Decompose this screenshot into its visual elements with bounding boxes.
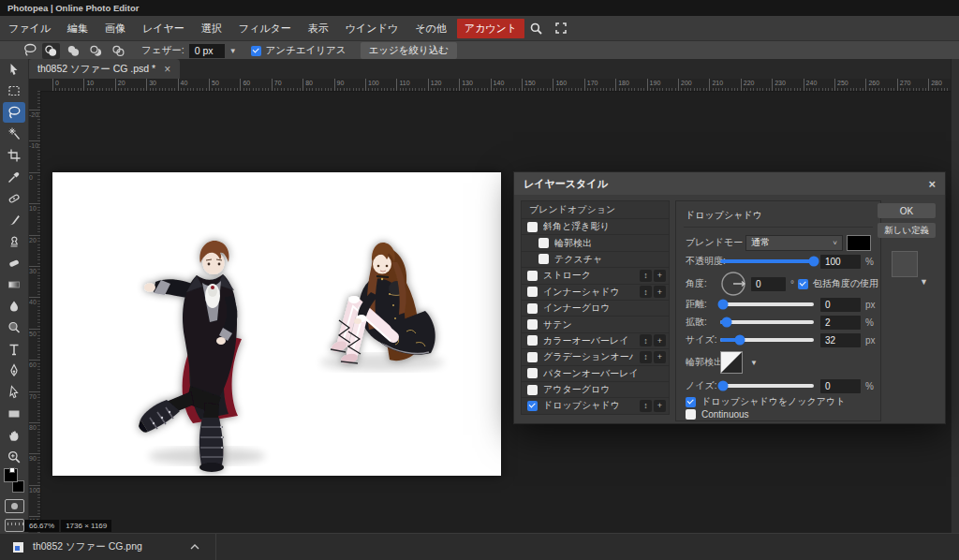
checkbox[interactable] xyxy=(527,401,538,411)
fullscreen-icon[interactable] xyxy=(549,16,573,40)
reorder-button[interactable]: ↕ xyxy=(640,334,652,346)
opacity-slider[interactable] xyxy=(720,259,814,263)
dodge-tool[interactable] xyxy=(3,317,25,338)
menu-more[interactable]: その他 xyxy=(406,16,455,40)
blur-tool[interactable] xyxy=(3,296,25,317)
pen-tool[interactable] xyxy=(3,361,25,381)
reorder-button[interactable]: ↕ xyxy=(640,400,652,412)
menu-edit[interactable]: 編集 xyxy=(59,16,96,40)
checkbox[interactable] xyxy=(527,385,538,395)
list-item-texture[interactable]: テクスチャ xyxy=(522,252,669,268)
menu-image[interactable]: 画像 xyxy=(96,16,134,40)
hand-tool[interactable] xyxy=(3,425,25,446)
checkbox[interactable] xyxy=(527,335,538,346)
tab-close-icon[interactable]: × xyxy=(164,64,170,75)
checkbox[interactable] xyxy=(539,238,549,248)
list-item-inner-shadow[interactable]: インナーシャドウ↕+ xyxy=(522,285,669,301)
checkbox[interactable] xyxy=(539,254,549,264)
eyedropper-tool[interactable] xyxy=(3,167,25,187)
keyboard-shortcuts-icon[interactable] xyxy=(5,519,24,532)
menu-filter[interactable]: フィルター xyxy=(230,16,300,40)
list-item-gradient-overlay[interactable]: グラデーションオーバーレイ↕+ xyxy=(522,349,669,365)
menu-file[interactable]: ファイル xyxy=(0,16,59,40)
selection-mode-intersect-icon[interactable] xyxy=(110,43,127,59)
list-item-pattern-overlay[interactable]: パターンオーバーレイ xyxy=(522,366,669,382)
feather-dropdown-icon[interactable]: ▼ xyxy=(229,47,237,55)
path-select-tool[interactable] xyxy=(3,382,25,403)
dialog-close-icon[interactable]: × xyxy=(928,177,936,191)
contour-dropdown-icon[interactable]: ▼ xyxy=(750,359,758,367)
taskbar-document-item[interactable]: th0852 ソファー CG.png xyxy=(0,534,216,560)
add-instance-button[interactable]: + xyxy=(654,270,666,282)
menu-view[interactable]: 表示 xyxy=(300,16,337,40)
list-item-outer-glow[interactable]: アウターグロウ xyxy=(522,382,669,398)
move-tool[interactable] xyxy=(3,59,25,80)
opacity-value[interactable]: 100 xyxy=(820,255,861,269)
checkbox[interactable] xyxy=(527,271,538,281)
menu-layer[interactable]: レイヤー xyxy=(134,16,193,40)
account-button[interactable]: アカウント xyxy=(457,19,524,38)
rect-select-tool[interactable] xyxy=(3,81,25,101)
dialog-title-bar[interactable]: レイヤースタイル × xyxy=(514,172,945,195)
list-item-inner-glow[interactable]: インナーグロウ xyxy=(522,301,669,317)
spread-value[interactable]: 2 xyxy=(820,316,861,330)
color-swatches[interactable] xyxy=(4,468,24,493)
add-instance-button[interactable]: + xyxy=(654,286,666,298)
style-preview-swatch[interactable] xyxy=(892,251,918,277)
ok-button[interactable]: OK xyxy=(878,203,936,218)
eraser-tool[interactable] xyxy=(3,253,25,273)
add-instance-button[interactable]: + xyxy=(654,400,666,412)
list-item-bevel-emboss[interactable]: 斜角と浮き彫り xyxy=(522,219,669,235)
blend-mode-select[interactable]: 通常˅ xyxy=(745,235,843,251)
feather-input[interactable]: 0 px xyxy=(189,44,225,58)
checkbox[interactable] xyxy=(527,287,538,297)
list-item-contour[interactable]: 輪郭検出 xyxy=(522,235,669,251)
checkbox[interactable] xyxy=(527,368,538,378)
menu-window[interactable]: ウインドウ xyxy=(337,16,406,40)
use-global-angle-checkbox[interactable] xyxy=(798,279,808,289)
spot-heal-tool[interactable] xyxy=(3,188,25,209)
brush-tool[interactable] xyxy=(3,210,25,230)
distance-value[interactable]: 0 xyxy=(820,298,861,312)
lasso-tool[interactable] xyxy=(3,102,25,123)
distance-slider[interactable] xyxy=(720,302,814,306)
magic-wand-tool[interactable] xyxy=(3,124,25,144)
reorder-button[interactable]: ↕ xyxy=(640,270,652,282)
zoom-tool[interactable] xyxy=(3,447,25,467)
chevron-up-icon[interactable] xyxy=(189,543,200,551)
spread-slider[interactable] xyxy=(720,320,814,324)
type-tool[interactable] xyxy=(3,339,25,360)
size-value[interactable]: 32 xyxy=(820,333,861,347)
list-item-drop-shadow[interactable]: ドロップシャドウ↕+ xyxy=(522,398,669,413)
shadow-color-swatch[interactable] xyxy=(847,235,871,251)
document-tab[interactable]: th0852 ソファー CG .psd * × xyxy=(28,59,180,79)
list-item-color-overlay[interactable]: カラーオーバーレイ↕+ xyxy=(522,333,669,349)
list-item-satin[interactable]: サテン xyxy=(522,317,669,332)
checkbox[interactable] xyxy=(527,303,538,314)
add-instance-button[interactable]: + xyxy=(654,351,666,363)
knockout-checkbox[interactable] xyxy=(686,397,696,407)
quick-mask-icon[interactable] xyxy=(5,499,24,513)
selection-mode-subtract-icon[interactable] xyxy=(87,43,105,59)
contour-thumbnail[interactable] xyxy=(720,351,743,374)
foreground-color-swatch[interactable] xyxy=(4,468,18,482)
antialias-checkbox[interactable] xyxy=(251,46,261,56)
angle-value[interactable]: 0 xyxy=(751,277,786,291)
checkbox[interactable] xyxy=(527,222,538,232)
list-item-stroke[interactable]: ストローク↕+ xyxy=(522,268,669,284)
continuous-checkbox[interactable] xyxy=(686,409,696,420)
reorder-button[interactable]: ↕ xyxy=(640,286,652,298)
angle-dial[interactable] xyxy=(720,271,746,297)
noise-value[interactable]: 0 xyxy=(820,379,861,393)
new-style-button[interactable]: 新しい定義 xyxy=(878,223,936,238)
checkbox[interactable] xyxy=(527,352,538,362)
crop-tool[interactable] xyxy=(3,145,25,166)
add-instance-button[interactable]: + xyxy=(654,334,666,346)
search-icon[interactable] xyxy=(524,16,549,40)
clone-stamp-tool[interactable] xyxy=(3,231,25,252)
gradient-tool[interactable] xyxy=(3,274,25,295)
rectangle-shape-tool[interactable] xyxy=(3,404,25,424)
size-slider[interactable] xyxy=(720,338,814,342)
menu-select[interactable]: 選択 xyxy=(193,16,230,40)
preview-dropdown-icon[interactable]: ▼ xyxy=(920,277,928,287)
